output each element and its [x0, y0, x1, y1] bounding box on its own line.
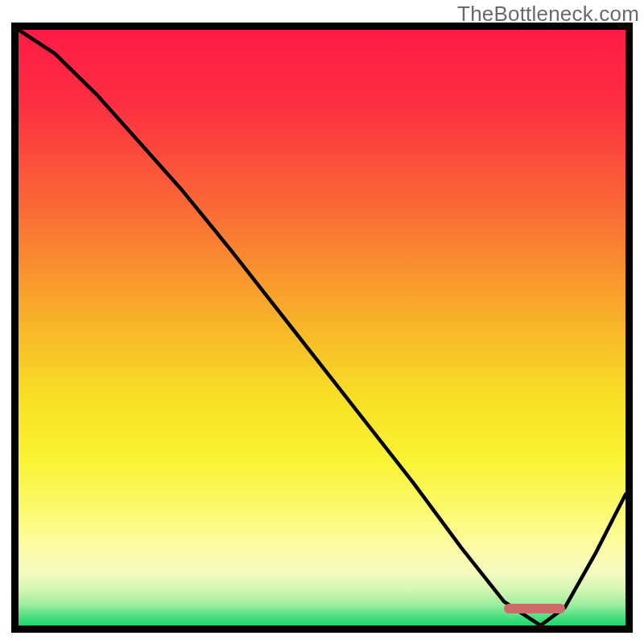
- watermark-text: TheBottleneck.com: [457, 2, 639, 27]
- gradient-background: [19, 30, 625, 625]
- chart-frame: [11, 23, 633, 633]
- chart-plot: [19, 30, 625, 625]
- optimal-range-marker: [504, 604, 564, 613]
